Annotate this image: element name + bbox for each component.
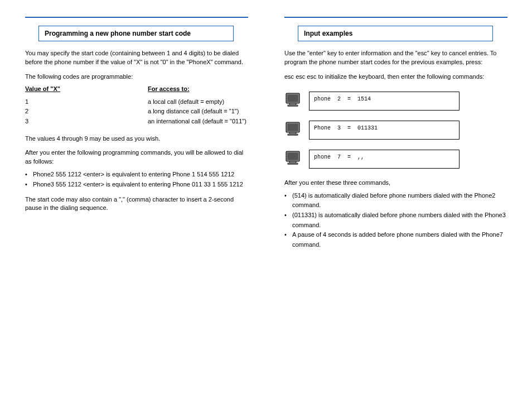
screen-text-1: Phone 3 = 011331: [314, 124, 454, 132]
monitor-icon: [284, 121, 302, 140]
screen-text-2: phone 7 = ,,: [314, 154, 454, 161]
right-title-text: Input examples: [304, 30, 352, 37]
screen-row-2: phone 7 = ,,: [284, 150, 507, 169]
codes-col-x: Value of "X" 1 2 3: [25, 85, 125, 127]
after-items-list: (514) is automatically dialed before pho…: [284, 191, 507, 250]
right-step1: esc esc esc to initialize the keyboard, …: [284, 73, 507, 82]
monitor-icon: [284, 92, 302, 111]
after-item-2: A pause of 4 seconds is added before pho…: [284, 230, 507, 250]
screen-row-1: Phone 3 = 011331: [284, 121, 507, 140]
left-after-intro: After you enter the following programmin…: [25, 148, 248, 166]
svg-rect-10: [289, 161, 296, 163]
code-x-2: 3: [25, 117, 125, 127]
after-item-0: (514) is automatically dialed before pho…: [284, 191, 507, 210]
right-after1: After you enter these three commands,: [284, 179, 507, 188]
right-body: Use the "enter" key to enter information…: [284, 49, 507, 82]
screen-box-2: phone 7 = ,,: [309, 150, 460, 169]
rule-top-right: [284, 17, 507, 18]
right-column: Input examples Use the "enter" key to en…: [284, 17, 507, 250]
left-value-note: The values 4 through 9 may be used as yo…: [25, 135, 248, 143]
codes-head-x: Value of "X": [25, 85, 125, 94]
codes-table: Value of "X" 1 2 3 For access to: a loca…: [25, 85, 248, 127]
svg-rect-9: [287, 152, 298, 160]
svg-rect-2: [289, 103, 296, 105]
left-title-box: Programming a new phone number start cod…: [38, 26, 234, 41]
codes-head-desc: For access to:: [148, 85, 248, 94]
svg-rect-1: [287, 94, 298, 102]
svg-rect-7: [288, 134, 298, 135]
left-bottom-note: The start code may also contain a "," (c…: [25, 195, 248, 213]
right-title-box: Input examples: [298, 26, 493, 41]
code-x-0: 1: [25, 97, 125, 107]
code-x-1: 2: [25, 107, 125, 117]
left-column: Programming a new phone number start cod…: [25, 17, 248, 213]
screen-row-0: phone 2 = 1514: [284, 92, 507, 111]
right-intro: Use the "enter" key to enter information…: [284, 49, 507, 67]
svg-rect-6: [289, 132, 296, 134]
left-body: You may specify the start code (containi…: [25, 49, 248, 213]
monitor-icon: [284, 150, 302, 169]
after-list: Phone2 555 1212 <enter> is equivalent to…: [25, 170, 248, 189]
rule-top-left: [25, 17, 248, 18]
after-row-0: Phone2 555 1212 <enter> is equivalent to…: [25, 170, 248, 180]
right-after: After you enter these three commands, (5…: [284, 179, 507, 250]
after-row-1: Phone3 555 1212 <enter> is equivalent to…: [25, 180, 248, 190]
svg-rect-3: [288, 105, 298, 106]
code-desc-1: a long distance call (default = "1"): [148, 107, 248, 117]
screen-box-0: phone 2 = 1514: [309, 92, 460, 111]
left-title-text: Programming a new phone number start cod…: [45, 30, 191, 37]
codes-col-desc: For access to: a local call (default = e…: [148, 85, 248, 127]
code-desc-0: a local call (default = empty): [148, 97, 248, 107]
screen-box-1: Phone 3 = 011331: [309, 121, 460, 140]
screen-text-0: phone 2 = 1514: [314, 95, 454, 103]
svg-rect-5: [287, 123, 298, 131]
after-item-1: (011331) is automatically dialed before …: [284, 210, 507, 230]
left-intro2: The following codes are programmable:: [25, 73, 248, 82]
code-desc-2: an international call (default = "011"): [148, 117, 248, 127]
left-intro: You may specify the start code (containi…: [25, 49, 248, 67]
svg-rect-11: [288, 163, 298, 164]
